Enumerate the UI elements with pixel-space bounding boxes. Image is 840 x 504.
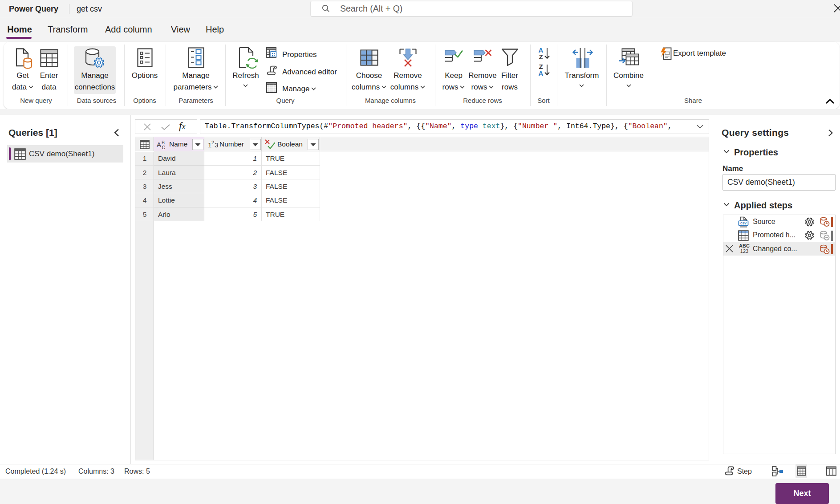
svg-text:3: 3 [215,141,218,149]
svg-text:A: A [539,69,544,77]
svg-text:csv: csv [740,221,747,225]
svg-text:2: 2 [211,140,214,145]
svg-text:B: B [162,140,165,145]
svg-text:C: C [162,145,166,150]
svg-text:A: A [157,141,161,148]
svg-text:Z: Z [539,53,543,61]
